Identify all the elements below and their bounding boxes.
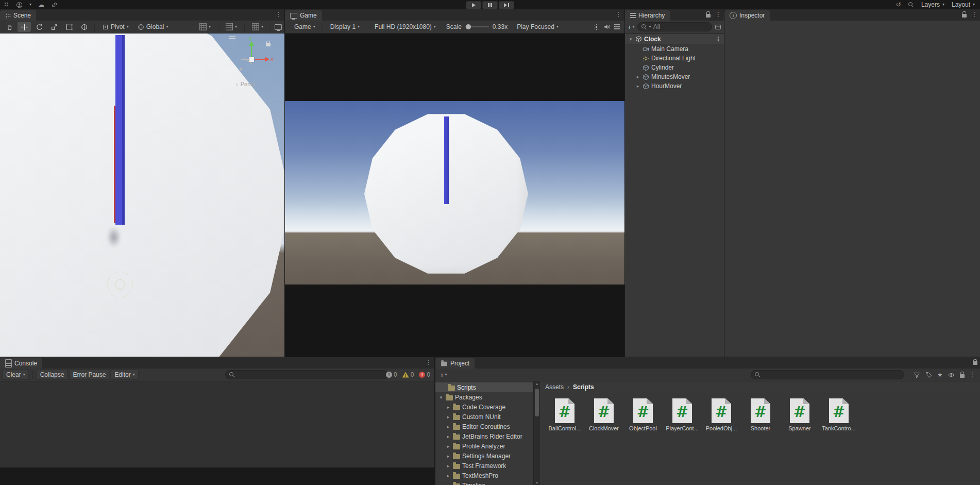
asset-item-shooter[interactable]: # Shooter	[742, 398, 779, 431]
lock-icon[interactable]	[706, 14, 711, 18]
panel-menu-icon[interactable]: ⋮	[971, 11, 977, 18]
asset-item-tankcontrol[interactable]: # TankContro...	[820, 398, 857, 431]
hierarchy-item-cylinder[interactable]: Cylinder	[625, 63, 724, 72]
tree-item-settings-manager[interactable]: ▸ Settings Manager	[435, 451, 533, 461]
project-search-input[interactable]	[751, 370, 904, 379]
console-search-input[interactable]	[225, 370, 388, 379]
axis-z-handle[interactable]	[240, 68, 242, 71]
tree-item-timeline[interactable]: ▸ Timeline	[435, 480, 533, 485]
asset-item-clockmover[interactable]: # ClockMover	[585, 398, 622, 431]
foldout-icon[interactable]: ▾	[628, 37, 633, 42]
axis-x-arrow[interactable]	[265, 57, 269, 62]
grid-snapping-dropdown[interactable]: ▾	[222, 22, 241, 32]
cloud-sync-icon[interactable]: ☁	[38, 2, 44, 8]
rect-tool-button[interactable]	[62, 22, 76, 32]
tab-game[interactable]: Game	[285, 10, 322, 21]
lock-icon[interactable]	[960, 374, 965, 378]
tab-console[interactable]: Console	[0, 358, 42, 369]
asset-item-pooledobject[interactable]: # PooledObj...	[703, 398, 740, 431]
panel-menu-icon[interactable]: ⋮	[715, 11, 721, 18]
axis-center-cube[interactable]	[249, 57, 254, 62]
tree-scrollbar[interactable]: ▲ ▼	[533, 381, 540, 485]
search-by-label-icon[interactable]	[925, 372, 932, 378]
hierarchy-item-minutesmover[interactable]: ▸ MinutesMover	[625, 72, 724, 81]
search-icon[interactable]	[908, 2, 914, 8]
scroll-up-icon[interactable]: ▲	[534, 382, 540, 386]
pause-button[interactable]	[482, 1, 498, 9]
scene-viewport[interactable]: y x ‹ Persp	[0, 34, 284, 357]
resolution-dropdown[interactable]: Full HD (1920x1080)▾	[371, 22, 440, 32]
error-pause-button[interactable]: Error Pause	[69, 370, 109, 380]
foldout-icon[interactable]: ▸	[635, 74, 640, 79]
create-object-button[interactable]: + ▾	[628, 23, 635, 31]
foldout-icon[interactable]: ▸	[446, 454, 451, 459]
clear-button[interactable]: Clear ▾	[3, 370, 29, 380]
step-button[interactable]	[499, 1, 514, 9]
global-dropdown[interactable]: Global ▾	[134, 22, 172, 32]
search-by-type-icon[interactable]	[914, 372, 920, 378]
tab-project[interactable]: Project	[435, 358, 475, 369]
panel-menu-icon[interactable]: ⋮	[276, 11, 282, 18]
asset-item-spawner[interactable]: # Spawner	[781, 398, 818, 431]
tree-item-packages[interactable]: ▾ Packages	[435, 392, 533, 402]
hierarchy-item-main-camera[interactable]: Main Camera	[625, 44, 724, 54]
tree-item-test-framework[interactable]: ▸ Test Framework	[435, 461, 533, 471]
foldout-icon[interactable]: ▸	[446, 405, 451, 410]
asset-item-ballcontrol[interactable]: # BallControl...	[546, 398, 583, 431]
pivot-dropdown[interactable]: Pivot ▾	[98, 22, 132, 32]
error-filter-button[interactable]: ! 0	[419, 371, 430, 378]
stats-icon[interactable]	[593, 24, 600, 30]
transform-tool-button[interactable]	[77, 22, 91, 32]
panel-menu-icon[interactable]: ⋮	[616, 11, 622, 18]
breadcrumb-current[interactable]: Scripts	[573, 383, 594, 391]
directional-light-gizmo[interactable]	[107, 272, 133, 297]
account-icon[interactable]	[16, 2, 23, 8]
tree-item-code-coverage[interactable]: ▸ Code Coverage	[435, 402, 533, 412]
move-tool-button[interactable]	[18, 22, 31, 32]
camera-settings-icon[interactable]	[275, 24, 282, 30]
warning-filter-button[interactable]: ! 0	[402, 371, 414, 378]
foldout-icon[interactable]: ▸	[446, 463, 451, 469]
game-viewport[interactable]	[285, 34, 624, 357]
layout-dropdown[interactable]: Layout▾	[952, 1, 975, 8]
display-dropdown[interactable]: Display 1▾	[327, 22, 363, 32]
link-icon[interactable]	[51, 2, 58, 8]
tree-item-custom-nunit[interactable]: ▸ Custom NUnit	[435, 412, 533, 422]
foldout-icon[interactable]: ▸	[446, 434, 451, 439]
info-filter-button[interactable]: ! 0	[386, 371, 397, 378]
foldout-icon[interactable]: ▸	[446, 473, 451, 478]
play-button[interactable]	[466, 1, 481, 9]
console-log-area[interactable]	[0, 381, 434, 467]
gizmos-icon[interactable]	[614, 24, 620, 29]
layers-dropdown[interactable]: Layers▾	[921, 1, 944, 8]
asset-item-objectpool[interactable]: # ObjectPool	[624, 398, 662, 431]
scene-menu-icon[interactable]: ⋮	[715, 36, 721, 42]
tree-item-jetbrains-rider-editor[interactable]: ▸ JetBrains Rider Editor	[435, 431, 533, 441]
foldout-icon[interactable]: ▸	[446, 414, 451, 420]
foldout-icon[interactable]: ▸	[446, 483, 451, 485]
game-view-dropdown[interactable]: Game▾	[291, 22, 319, 32]
hierarchy-item-hourmover[interactable]: ▸ HourMover	[625, 81, 724, 91]
menu-grid-icon[interactable]	[4, 2, 9, 7]
tab-inspector[interactable]: i Inspector	[724, 10, 770, 21]
perspective-toggle[interactable]: ‹ Persp	[236, 81, 255, 87]
panel-menu-icon[interactable]: ⋮	[970, 372, 976, 378]
tab-scene[interactable]: Scene	[0, 10, 36, 21]
foldout-icon[interactable]: ▸	[635, 83, 640, 89]
hidden-packages-icon[interactable]	[948, 372, 955, 378]
grid-visibility-dropdown[interactable]: ▾	[196, 22, 214, 32]
tab-hierarchy[interactable]: Hierarchy	[625, 10, 670, 21]
scale-slider-thumb[interactable]	[466, 24, 471, 29]
scene-orientation-gizmo[interactable]: y x	[232, 37, 275, 75]
editor-dropdown[interactable]: Editor ▾	[111, 370, 138, 380]
create-asset-button[interactable]: + ▾	[440, 371, 447, 379]
tree-item-textmeshpro[interactable]: ▸ TextMeshPro	[435, 471, 533, 480]
undo-history-icon[interactable]: ↺	[896, 2, 901, 8]
collapse-button[interactable]: Collapse	[37, 370, 68, 380]
scrollbar-thumb[interactable]	[535, 389, 539, 416]
hierarchy-item-directional-light[interactable]: Directional Light	[625, 54, 724, 63]
snap-increment-dropdown[interactable]: ▾	[248, 22, 267, 32]
view-tool-button[interactable]	[3, 22, 16, 32]
save-search-icon[interactable]: ★	[937, 372, 942, 378]
foldout-icon[interactable]: ▸	[446, 424, 451, 429]
